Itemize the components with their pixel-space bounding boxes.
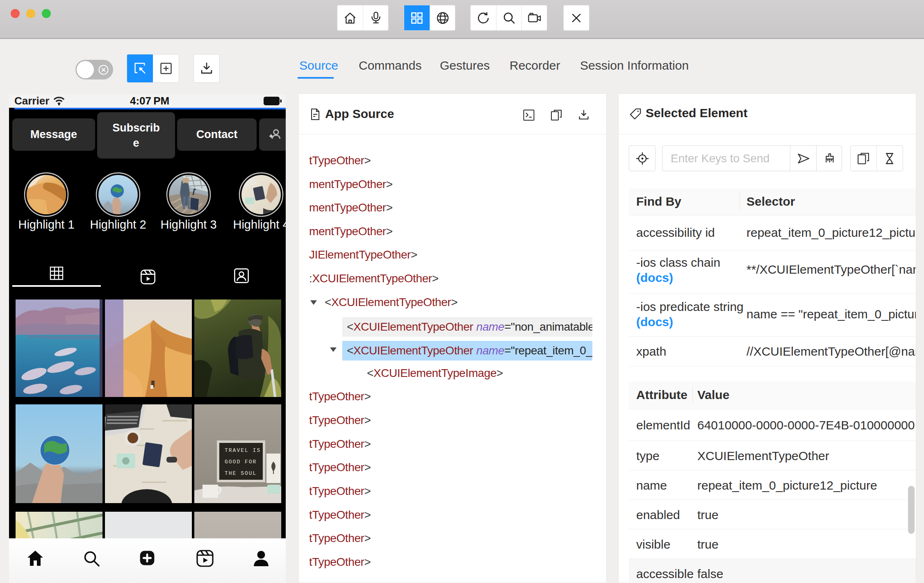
- svg-text:THE SOUL: THE SOUL: [225, 470, 257, 476]
- svg-text:TRAVEL IS: TRAVEL IS: [225, 447, 261, 454]
- svg-text:GOOD FOR: GOOD FOR: [225, 459, 257, 465]
